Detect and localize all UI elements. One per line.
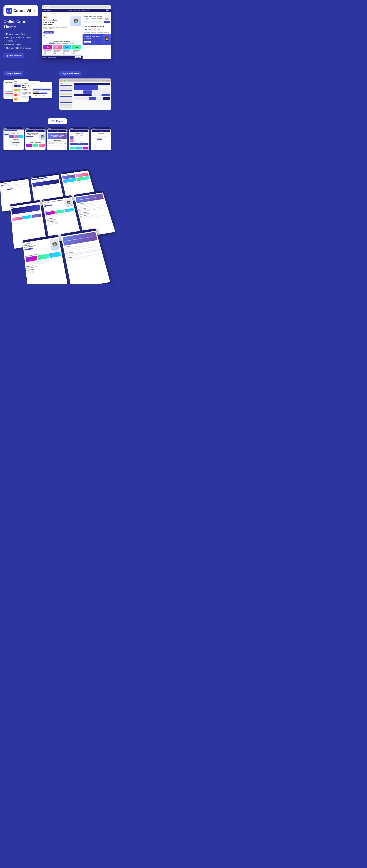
learn-item-3 bbox=[48, 146, 57, 146]
iso-topic-1: Python bbox=[47, 219, 50, 221]
skill-certificate: 🏆 bbox=[92, 28, 96, 31]
layer-5 bbox=[60, 91, 72, 92]
cart-item-2-row: $12.99 bbox=[70, 140, 88, 142]
course-price-2: $5.45 bbox=[54, 53, 61, 54]
courses-tabs: All Courses Top Elements Popular Courses… bbox=[43, 42, 81, 44]
block-row4-3 bbox=[102, 94, 110, 96]
iso-dot-hv2 bbox=[25, 241, 26, 242]
ds-btns-title: Buttons bbox=[33, 83, 51, 85]
cart-item-2-price: $12.99 bbox=[74, 141, 88, 142]
acct-field-4 bbox=[97, 137, 105, 138]
learn-item-4 bbox=[58, 146, 66, 146]
sidebar-line-1 bbox=[4, 133, 9, 134]
swatch-green bbox=[18, 89, 20, 92]
layer-13 bbox=[60, 104, 72, 105]
browser-dot-green bbox=[47, 6, 48, 7]
iso-topic-b: Python bbox=[30, 266, 34, 268]
about-line-1 bbox=[48, 141, 65, 142]
page-dot-c3 bbox=[72, 128, 73, 129]
cart-thumb-2 bbox=[70, 140, 74, 142]
home-trust-text-2: Google bbox=[28, 141, 30, 142]
page-dot-d1 bbox=[48, 128, 49, 129]
account-sidebar bbox=[92, 135, 96, 140]
iso-skill-tag-3: Figma bbox=[86, 213, 89, 214]
checkout-btn[interactable]: Checkout bbox=[70, 143, 88, 145]
related-3 bbox=[83, 147, 88, 150]
page-content-cart: nav Shopping Cart 3 items in your cart $… bbox=[69, 129, 89, 150]
join-btn[interactable]: Get Started bbox=[75, 56, 81, 58]
tab-new[interactable]: New Courses bbox=[69, 42, 75, 44]
page-header-home bbox=[25, 127, 46, 129]
page-content-account: nav Your account bbox=[91, 129, 111, 147]
btn-blue-big[interactable]: Blue button bbox=[33, 89, 51, 90]
page-dot-1 bbox=[4, 128, 5, 129]
explore-photo: Photography bbox=[97, 18, 104, 20]
iso-dot-i1 bbox=[61, 173, 62, 174]
account-nav: nav bbox=[92, 130, 110, 132]
block-row3-1 bbox=[74, 90, 83, 94]
block-row5-2 bbox=[81, 97, 88, 100]
layers-content: Layers bbox=[59, 82, 111, 110]
iso-cd2-title: User Experience Design Essentials - Adob… bbox=[64, 236, 93, 242]
block-row4-1 bbox=[74, 94, 91, 96]
nav-more: More bbox=[87, 10, 89, 11]
layers-url: Drafts - CourseWhiz bbox=[102, 80, 110, 81]
get-started-btn[interactable]: Get started bbox=[84, 41, 91, 43]
iso-dot-cd2a bbox=[62, 235, 62, 235]
topic-tag-2: Web Dev bbox=[13, 140, 17, 142]
btn-outline-sm[interactable]: Outline bbox=[40, 95, 47, 96]
instructor-avatar-2 bbox=[12, 144, 15, 146]
explore-grid: Design IT and Software Photography Perso… bbox=[84, 18, 110, 23]
page-preview-detail: nav User Experience Design Essentials - … bbox=[47, 127, 67, 150]
tab-top[interactable]: Top Elements bbox=[55, 42, 61, 44]
explore-btn[interactable]: Explore All Courses bbox=[44, 31, 54, 33]
home-course-2 bbox=[32, 144, 38, 147]
it-thumb-1 bbox=[9, 135, 13, 138]
trust-duke: Duke bbox=[75, 12, 77, 13]
btn-blue-sm[interactable]: Blue bbox=[40, 93, 47, 94]
home-hero-text: Let's Learn New Course & Gain More Skill… bbox=[26, 133, 39, 140]
feature-list: Modern Layout Design Neatly & Organized … bbox=[3, 32, 38, 50]
home-courses-mini bbox=[26, 144, 45, 147]
iso-dot-c1 bbox=[31, 177, 32, 178]
tab-popular[interactable]: Popular Courses bbox=[61, 42, 68, 44]
join-text: Join us & Spread Knowledge bbox=[43, 57, 56, 58]
layers-dot-red bbox=[60, 80, 61, 81]
topic-tag-3: SQL bbox=[17, 140, 20, 142]
cart-title: Shopping Cart bbox=[70, 133, 88, 134]
layer-row-1 bbox=[74, 83, 110, 85]
iso-page-cd2: User Experience Design Essentials - Adob… bbox=[61, 228, 110, 284]
login-btn[interactable]: Log In bbox=[106, 9, 110, 11]
hero-text-area: 🎓 1k+ Let's Learn NewCourse & GainMore S… bbox=[44, 16, 68, 33]
iso-grid: Your account bbox=[0, 168, 115, 284]
related-courses-label: Courses You Might Be Interested In bbox=[70, 146, 88, 147]
iso-dot-c2 bbox=[32, 177, 33, 178]
ppc-main-col: IT & Software Courses Popular Topics Pyt… bbox=[9, 133, 23, 146]
explore-more[interactable]: 20+ bbox=[104, 21, 110, 23]
instructors-row bbox=[9, 144, 23, 146]
cart-item-1-info: $9.09 bbox=[74, 136, 88, 138]
browser-dot-yellow bbox=[45, 6, 46, 7]
course-thumb-2: 📊 bbox=[53, 45, 62, 50]
block-r2 bbox=[98, 88, 110, 90]
btn-white-big[interactable]: White button bbox=[33, 87, 51, 89]
layer-15 bbox=[60, 107, 72, 108]
page-dot-a1 bbox=[92, 128, 92, 129]
iso-home-btn bbox=[44, 204, 52, 207]
main-left: 🎓 1k+ Let's Learn NewCourse & GainMore S… bbox=[42, 14, 83, 59]
course-info-3: The Electronic Graphic Design Theory for… bbox=[62, 50, 72, 54]
btn-dark-sm[interactable]: Dark bbox=[33, 93, 39, 94]
layers-panel-title: Layers bbox=[60, 83, 72, 84]
hero-section: CourseWhiz Online Course Theme Modern La… bbox=[0, 0, 115, 66]
home-course-3 bbox=[39, 144, 45, 147]
swatch-light-red bbox=[18, 94, 20, 96]
tab-all[interactable]: All Courses bbox=[49, 42, 55, 44]
layer-6 bbox=[60, 93, 72, 94]
btn-white-sm[interactable]: White bbox=[33, 95, 39, 96]
explore-itsw: IT and Software bbox=[91, 18, 97, 20]
acct-save-btn[interactable] bbox=[97, 138, 102, 140]
iso-topic-3: Web bbox=[53, 219, 56, 220]
page-dot-3 bbox=[6, 128, 7, 129]
related-2 bbox=[76, 147, 82, 150]
iso-page-home-v2: Let's LearnNew Courses& Gain More Skills… bbox=[22, 235, 68, 284]
